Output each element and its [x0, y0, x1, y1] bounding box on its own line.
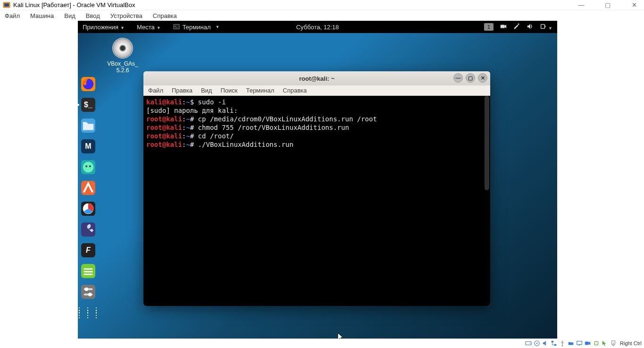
- dock-zenmap[interactable]: [81, 202, 95, 216]
- svg-marker-26: [543, 341, 546, 346]
- svg-point-11: [83, 162, 94, 173]
- svg-point-21: [88, 293, 92, 297]
- sb-usb-icon[interactable]: [559, 340, 566, 347]
- svg-rect-4: [501, 25, 505, 28]
- desktop-cd-icon[interactable]: VBox_GAs_ 5.2.6: [101, 38, 144, 74]
- menu-machine[interactable]: Машина: [30, 12, 54, 19]
- close-button[interactable]: ✕: [627, 1, 641, 8]
- virtualbox-statusbar: Right Ctrl: [523, 339, 644, 348]
- window-title: Kali Linux [Работает] - Oracle VM Virtua…: [13, 1, 135, 8]
- svg-point-20: [85, 288, 89, 291]
- dock-files[interactable]: [81, 119, 95, 133]
- terminal-line: kali@kali:~$ sudo -i: [146, 98, 487, 106]
- camera-icon[interactable]: [500, 23, 507, 31]
- term-menu-search[interactable]: Поиск: [220, 87, 237, 94]
- guest-display: Приложения▼ Места▼ >_ Терминал▼ Суббота,…: [78, 21, 557, 339]
- places-menu[interactable]: Места▼: [137, 24, 161, 31]
- hostkey-label: Right Ctrl: [620, 340, 642, 346]
- dock-maltego[interactable]: [81, 160, 95, 174]
- terminal-scrollbar[interactable]: [485, 96, 489, 306]
- dock-burp[interactable]: [81, 181, 95, 195]
- svg-point-12: [85, 165, 87, 167]
- clock[interactable]: Суббота, 12:18: [296, 24, 339, 31]
- term-menu-file[interactable]: Файл: [148, 87, 163, 94]
- svg-point-29: [562, 345, 563, 347]
- svg-marker-33: [589, 342, 591, 345]
- terminal-title: root@kali: ~: [299, 75, 335, 82]
- sb-network-icon[interactable]: [550, 340, 558, 347]
- terminal-line: root@kali:~# cp /media/cdrom0/VBoxLinuxA…: [146, 115, 487, 123]
- svg-rect-8: [541, 24, 545, 28]
- power-icon[interactable]: ▼: [540, 23, 552, 31]
- terminal-close[interactable]: ✕: [478, 73, 487, 83]
- sb-hdd-icon[interactable]: [525, 340, 532, 347]
- disc-icon: [112, 38, 133, 59]
- terminal-line: root@kali:~# chmod 755 /root/VBoxLinuxAd…: [146, 123, 487, 132]
- terminal-line: [sudo] пароль для kali:: [146, 106, 487, 115]
- gnome-topbar: Приложения▼ Места▼ >_ Терминал▼ Суббота,…: [78, 21, 557, 33]
- svg-rect-32: [585, 342, 589, 345]
- dock-terminal[interactable]: $_: [81, 98, 95, 112]
- icon-label-line2: 5.2.6: [101, 67, 144, 74]
- svg-point-23: [530, 343, 531, 344]
- dock: $_ M F ⋮⋮⋮⋮⋮⋮⋮⋮⋮: [78, 75, 99, 322]
- menu-input[interactable]: Ввод: [86, 12, 100, 19]
- terminal-line: root@kali:~# cd /root/: [146, 132, 487, 140]
- terminal-line: root@kali:~# ./VBoxLinuxAdditions.run: [146, 140, 487, 149]
- terminal-maximize[interactable]: ▢: [466, 73, 475, 83]
- menu-help[interactable]: Справка: [153, 12, 177, 19]
- sb-cd-icon[interactable]: [533, 340, 541, 347]
- dock-show-apps[interactable]: ⋮⋮⋮⋮⋮⋮⋮⋮⋮: [81, 306, 95, 320]
- svg-rect-9: [545, 25, 546, 27]
- dock-settings-tool[interactable]: [81, 222, 95, 237]
- window-controls: — ▢ ✕: [574, 1, 641, 8]
- icon-label-line1: VBox_GAs_: [101, 60, 144, 67]
- svg-rect-1: [4, 3, 9, 7]
- svg-rect-34: [595, 342, 598, 345]
- minimize-button[interactable]: —: [574, 1, 588, 8]
- sb-mouse-icon[interactable]: [601, 340, 609, 347]
- active-app-indicator[interactable]: >_ Терминал▼: [173, 24, 220, 31]
- sb-processor-icon[interactable]: [593, 340, 600, 347]
- svg-rect-28: [554, 344, 556, 346]
- color-picker-icon[interactable]: [513, 23, 520, 31]
- dock-tweaks[interactable]: [81, 285, 95, 299]
- menu-devices[interactable]: Устройства: [110, 12, 142, 19]
- virtualbox-icon: [3, 1, 10, 9]
- dock-firefox[interactable]: [81, 77, 95, 91]
- svg-rect-30: [577, 341, 582, 345]
- term-menu-edit[interactable]: Правка: [172, 87, 192, 94]
- sb-display-icon[interactable]: [576, 340, 583, 347]
- menu-view[interactable]: Вид: [64, 12, 75, 19]
- svg-rect-6: [518, 23, 519, 25]
- sb-recording-icon[interactable]: [584, 340, 592, 347]
- menu-file[interactable]: Файл: [5, 12, 20, 19]
- svg-point-25: [536, 343, 538, 344]
- term-menu-view[interactable]: Вид: [201, 87, 212, 94]
- virtualbox-menubar: Файл Машина Вид Ввод Устройства Справка: [0, 10, 644, 21]
- terminal-window: root@kali: ~ — ▢ ✕ Файл Правка Вид Поиск…: [143, 71, 490, 306]
- svg-rect-17: [84, 274, 93, 275]
- sb-shared-folder-icon[interactable]: [567, 340, 575, 347]
- sb-hostkey-icon[interactable]: [610, 340, 617, 347]
- svg-point-13: [89, 165, 91, 167]
- svg-rect-15: [84, 268, 93, 270]
- terminal-titlebar[interactable]: root@kali: ~ — ▢ ✕: [143, 71, 490, 85]
- term-menu-help[interactable]: Справка: [283, 87, 307, 94]
- svg-text:>_: >_: [174, 25, 177, 28]
- dock-cherrytree[interactable]: [81, 264, 95, 278]
- term-menu-terminal[interactable]: Терминал: [246, 87, 274, 94]
- sb-audio-icon[interactable]: [542, 340, 549, 347]
- svg-rect-16: [84, 271, 93, 272]
- svg-marker-7: [527, 24, 530, 29]
- maximize-button[interactable]: ▢: [601, 1, 615, 8]
- dock-metasploit[interactable]: M: [81, 139, 95, 153]
- volume-icon[interactable]: [527, 23, 533, 31]
- terminal-minimize[interactable]: —: [453, 73, 463, 83]
- applications-menu[interactable]: Приложения▼: [83, 24, 125, 31]
- virtualbox-titlebar: Kali Linux [Работает] - Oracle VM Virtua…: [0, 0, 644, 10]
- terminal-body[interactable]: kali@kali:~$ sudo -i[sudo] пароль для ka…: [143, 96, 490, 306]
- terminal-menubar: Файл Правка Вид Поиск Терминал Справка: [143, 85, 490, 96]
- dock-faraday[interactable]: F: [81, 243, 95, 257]
- workspace-indicator[interactable]: 1: [484, 23, 493, 31]
